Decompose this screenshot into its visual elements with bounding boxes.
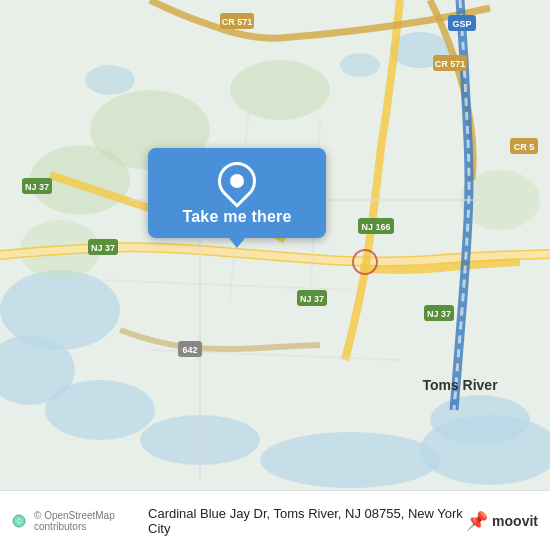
- map-container: NJ 37 NJ 37 NJ 37 NJ 37 NJ 166 CR 571 CR…: [0, 0, 550, 490]
- svg-point-13: [230, 60, 330, 120]
- svg-text:CR 571: CR 571: [435, 59, 466, 69]
- info-bar: © © OpenStreetMap contributors Cardinal …: [0, 490, 550, 550]
- svg-text:CR 571: CR 571: [222, 17, 253, 27]
- svg-text:CR 5: CR 5: [514, 142, 535, 152]
- moovit-icon: 📌: [466, 510, 488, 532]
- svg-point-7: [430, 395, 530, 445]
- openstreetmap-logo: ©: [12, 514, 28, 528]
- svg-point-5: [260, 432, 440, 488]
- svg-point-9: [340, 53, 380, 77]
- svg-text:NJ 37: NJ 37: [300, 294, 324, 304]
- osm-copyright-text: © OpenStreetMap contributors: [34, 510, 140, 532]
- svg-text:GSP: GSP: [452, 19, 471, 29]
- svg-text:642: 642: [182, 345, 197, 355]
- svg-text:Toms River: Toms River: [422, 377, 498, 393]
- address-label: Cardinal Blue Jay Dr, Toms River, NJ 087…: [140, 506, 466, 536]
- svg-text:NJ 37: NJ 37: [25, 182, 49, 192]
- take-me-there-button[interactable]: Take me there: [160, 208, 314, 226]
- svg-point-3: [45, 380, 155, 440]
- take-me-there-tooltip[interactable]: Take me there: [148, 148, 326, 238]
- moovit-text: moovit: [492, 513, 538, 529]
- location-pin-icon: [210, 154, 264, 208]
- svg-text:©: ©: [16, 518, 22, 525]
- svg-point-10: [85, 65, 135, 95]
- svg-text:NJ 166: NJ 166: [361, 222, 390, 232]
- svg-text:NJ 37: NJ 37: [91, 243, 115, 253]
- svg-text:NJ 37: NJ 37: [427, 309, 451, 319]
- moovit-logo: 📌 moovit: [466, 510, 538, 532]
